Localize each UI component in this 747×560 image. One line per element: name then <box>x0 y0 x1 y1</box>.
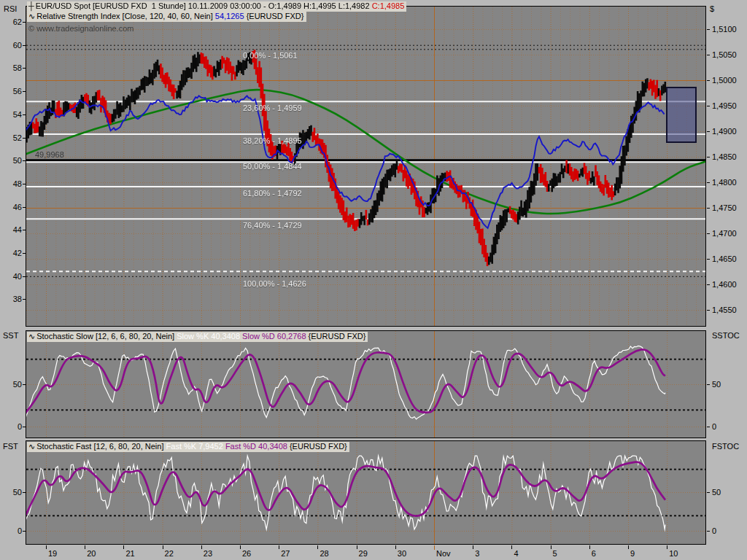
price-axis-title: $ <box>710 4 714 13</box>
selection-rectangle[interactable] <box>666 87 697 143</box>
time-axis-tick-mark <box>46 545 47 549</box>
rsi-axis-tick-mark <box>23 230 26 230</box>
sst-axis-tick-mark-right <box>707 384 710 385</box>
stochastic-slow-chart[interactable] <box>26 330 706 438</box>
price-axis-tick-mark <box>707 106 710 106</box>
price-axis-tick-label: 1,4900 <box>712 127 737 136</box>
instrument-title-bar[interactable]: ┼EUR/USD Spot [EURUSD FXD 1 Stunde] 10.1… <box>27 1 406 12</box>
wave-icon: ∿ <box>28 12 35 21</box>
fst-axis-tick-mark <box>23 531 26 532</box>
time-axis-tick-label: 6 <box>592 549 596 558</box>
fst-d-value: Fast %D 40,3408 <box>225 442 290 451</box>
time-axis-tick-mark <box>395 545 396 549</box>
fst-k-value: Fast %K 7,9452 <box>166 442 225 451</box>
price-axis-tick-label: 1,5100 <box>712 25 737 34</box>
price-axis-tick-label: 1,4800 <box>712 178 737 187</box>
rsi-axis-tick-label: 52 <box>1 133 22 142</box>
sst-axis-tick-label: 0 <box>1 422 22 431</box>
price-axis-tick-label: 1,4750 <box>712 203 737 212</box>
time-axis-tick-label: 26 <box>242 549 251 558</box>
time-axis-tick-mark <box>123 545 124 549</box>
stochastic-fast-chart[interactable] <box>26 440 706 545</box>
sst-d-value: Slow %D 60,2768 <box>242 332 309 341</box>
time-axis-tick-label: 20 <box>87 549 96 558</box>
rsi-axis-tick-mark <box>23 114 26 115</box>
time-axis-tick-label: 19 <box>48 549 57 558</box>
main-price-rsi-chart[interactable] <box>26 6 706 327</box>
time-axis-tick-label: 28 <box>320 549 328 558</box>
rsi-axis-tick-mark <box>23 45 26 46</box>
fst-axis-title-right: FSTOC <box>712 442 739 451</box>
time-axis-tick-label: 4 <box>514 549 518 558</box>
rsi-axis-tick-mark <box>23 138 26 139</box>
price-axis-tick-mark <box>707 259 710 260</box>
price-axis-tick-label: 1,4850 <box>712 152 737 161</box>
price-axis-tick-mark <box>707 208 710 209</box>
rsi-indicator-bar[interactable]: ∿Relative Strength Index [Close, 120, 40… <box>27 12 306 22</box>
sst-suffix: {EURUSD FXD} <box>309 332 366 341</box>
rsi-axis-tick-mark <box>23 22 26 23</box>
rsi-axis-tick-mark <box>23 160 26 161</box>
rsi-axis-tick-mark <box>23 68 26 69</box>
time-axis-tick-mark <box>667 545 667 549</box>
price-axis-tick-mark <box>707 284 710 285</box>
price-axis-tick-label: 1,4550 <box>712 306 737 314</box>
time-axis-tick-mark <box>473 545 473 549</box>
rsi-axis-tick-mark <box>23 253 26 254</box>
copyright-label: © www.tradesignalonline.com <box>28 24 133 33</box>
rsi-axis-tick-mark <box>23 91 26 92</box>
price-axis-tick-mark <box>707 131 710 132</box>
close-value-text: C:1,4985 <box>372 1 405 10</box>
time-axis-tick-label: 27 <box>281 549 290 558</box>
price-axis-tick-label: 1,5050 <box>712 50 737 59</box>
rsi-axis-tick-label: 38 <box>1 295 22 303</box>
time-axis-tick-mark <box>240 545 241 549</box>
fst-axis-tick-label-right: 0 <box>712 526 716 535</box>
rsi-axis-tick-label: 58 <box>1 63 22 72</box>
instrument-title-text: EUR/USD Spot [EURUSD FXD 1 Stunde] 10.11… <box>36 1 372 10</box>
wave-icon: ∿ <box>28 332 35 341</box>
time-axis-tick-label: 9 <box>630 549 635 558</box>
time-axis-tick-label: 3 <box>475 549 479 558</box>
price-axis-tick-mark <box>707 182 710 183</box>
month-boundary-tick <box>434 545 435 550</box>
rsi-axis-tick-mark <box>23 207 26 208</box>
rsi-axis-tick-label: 42 <box>1 249 22 257</box>
fst-axis-tick-label: 50 <box>1 488 22 497</box>
fst-axis-tick-label: 0 <box>1 526 22 535</box>
price-axis-tick-mark <box>707 233 710 234</box>
wave-icon: ∿ <box>28 442 35 451</box>
time-axis-tick-label: Nov <box>436 549 451 558</box>
time-axis-tick-label: 10 <box>669 549 678 558</box>
price-axis-tick-mark <box>707 80 710 81</box>
fst-axis-title-left: FST <box>3 442 18 451</box>
fst-axis-tick-mark-right <box>707 492 710 493</box>
rsi-indicator-suffix: {EURUSD FXD} <box>244 12 304 20</box>
fst-axis-tick-mark <box>23 492 26 493</box>
rsi-indicator-value: 54,1265 <box>215 12 244 20</box>
price-axis-tick-mark <box>707 55 710 55</box>
price-axis-tick-label: 1,4650 <box>712 254 737 263</box>
stochastic-slow-header[interactable]: ∿Stochastic Slow [12, 6, 6, 80, 20, Nein… <box>27 332 368 342</box>
sst-axis-tick-mark <box>23 384 26 385</box>
fst-suffix: {EURUSD FXD} <box>290 442 347 451</box>
time-axis-tick-label: 21 <box>125 549 134 558</box>
price-axis-tick-label: 1,4950 <box>712 101 737 110</box>
fib-level-label: 76,40% - 1,4729 <box>243 221 302 230</box>
fst-axis-tick-label-right: 50 <box>712 488 721 497</box>
rsi-axis-tick-label: 56 <box>1 87 22 96</box>
fib-level-label: 50,00% - 1,4844 <box>243 162 302 171</box>
rsi-axis-tick-mark <box>23 276 26 277</box>
time-axis-tick-mark <box>357 545 357 549</box>
rsi-axis-tick-label: 46 <box>1 203 22 211</box>
rsi-axis-title: RSI <box>4 4 17 13</box>
stochastic-fast-header[interactable]: ∿Stochastic Fast [12, 6, 80, 20, Nein] F… <box>27 442 349 452</box>
sst-axis-tick-label-right: 50 <box>712 380 721 389</box>
sst-axis-tick-mark <box>23 427 26 427</box>
rsi-axis-tick-label: 62 <box>1 18 22 26</box>
sst-axis-tick-label-right: 0 <box>712 422 716 431</box>
rsi-axis-tick-label: 54 <box>1 110 22 119</box>
price-axis-tick-mark <box>707 310 710 311</box>
time-axis-tick-mark <box>551 545 551 549</box>
time-axis-tick-mark <box>85 545 85 549</box>
